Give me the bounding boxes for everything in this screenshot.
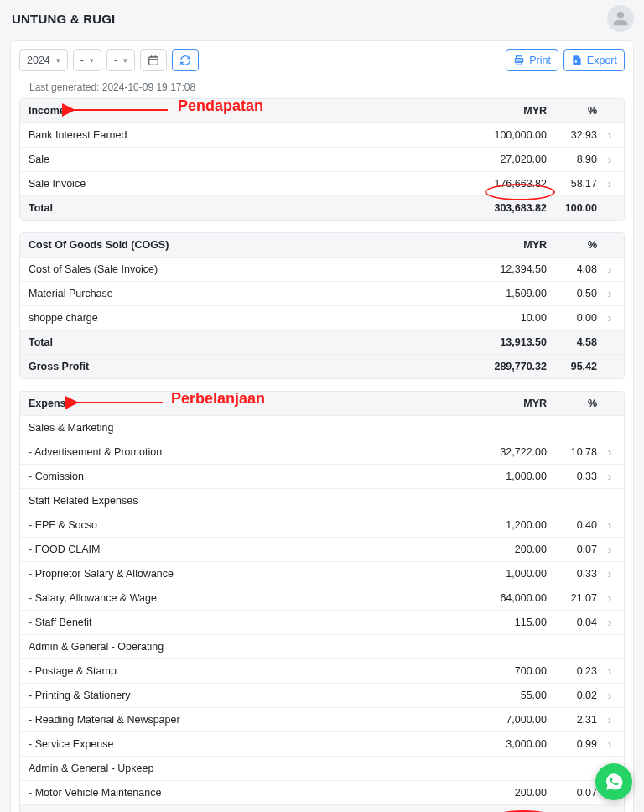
chevron-right-icon: ›	[600, 311, 619, 325]
whatsapp-button[interactable]	[595, 763, 632, 800]
chevron-down-icon: ▾	[90, 56, 94, 65]
table-row[interactable]: - Advertisement & Promotion 32,722.00 10…	[20, 440, 624, 464]
expense-group-header: Sales & Marketing›	[20, 415, 624, 440]
table-row[interactable]: Bank Interest Earned 100,000.00 32.93 ›	[20, 122, 624, 147]
export-icon	[571, 55, 583, 66]
whatsapp-icon	[604, 772, 624, 792]
table-row[interactable]: shoppe charge 10.00 0.00 ›	[20, 305, 624, 330]
user-avatar[interactable]	[607, 5, 634, 32]
expense-header-row: Expense MYR % ›	[20, 392, 624, 415]
cogs-header-row: Cost Of Goods Sold (COGS) MYR % ›	[20, 233, 624, 257]
year-select[interactable]: 2024 ▾	[19, 49, 68, 71]
month-value: -	[80, 55, 84, 66]
chevron-right-icon: ›	[600, 177, 619, 190]
cogs-total-row: Total 13,913.50 4.58 ›	[20, 330, 624, 354]
table-row[interactable]: Cost of Sales (Sale Invoice) 12,394.50 4…	[20, 257, 624, 281]
chevron-right-icon: ›	[600, 713, 619, 726]
chevron-right-icon: ›	[600, 543, 619, 556]
cogs-header: Cost Of Goods Sold (COGS)	[29, 239, 475, 251]
col-myr: MYR	[475, 105, 550, 117]
income-header-row: Income MYR % ›	[20, 99, 624, 122]
table-row[interactable]: - Postage & Stamp 700.00 0.23 ›	[20, 658, 624, 683]
day-value: -	[114, 55, 117, 66]
chevron-down-icon: ▾	[123, 56, 127, 65]
col-pct: %	[550, 105, 600, 117]
chevron-right-icon: ›	[600, 263, 619, 276]
table-row[interactable]: Sale Invoice 176,663.82 58.17 ›	[20, 171, 624, 195]
table-row[interactable]: - EPF & Socso 1,200.00 0.40 ›	[20, 513, 624, 537]
chevron-right-icon: ›	[600, 518, 619, 532]
chevron-right-icon: ›	[600, 153, 619, 166]
month-select[interactable]: - ▾	[73, 49, 101, 71]
calendar-button[interactable]	[140, 49, 167, 71]
chevron-right-icon: ›	[600, 470, 619, 483]
table-row[interactable]: - Reading Material & Newspaper 7,000.00 …	[20, 707, 624, 731]
table-row[interactable]: - Comission 1,000.00 0.33 ›	[20, 464, 624, 488]
expense-group-header: Admin & General - Upkeep›	[20, 756, 624, 780]
chevron-right-icon: ›	[600, 664, 619, 678]
table-row[interactable]: - Salary, Allowance & Wage 64,000.00 21.…	[20, 586, 624, 610]
chevron-right-icon: ›	[600, 689, 619, 702]
chevron-right-icon: ›	[600, 567, 619, 580]
refresh-icon	[179, 55, 191, 66]
print-label: Print	[529, 55, 551, 66]
gross-profit-row: Gross Profit 289,770.32 95.42 ›	[20, 354, 624, 378]
year-value: 2024	[27, 55, 50, 66]
table-row[interactable]: - Proprietor Salary & Allowance 1,000.00…	[20, 561, 624, 586]
expense-total-row: Total 111,192.00 36.61 ›	[20, 804, 624, 812]
export-label: Export	[587, 55, 617, 66]
chevron-right-icon: ›	[600, 445, 619, 459]
table-row[interactable]: - Service Expense 3,000.00 0.99 ›	[20, 731, 624, 756]
chevron-right-icon: ›	[600, 128, 619, 142]
cogs-section: Cost Of Goods Sold (COGS) MYR % › Cost o…	[19, 232, 625, 379]
page-title: UNTUNG & RUGI	[12, 12, 115, 26]
table-row[interactable]: - FOOD CLAIM 200.00 0.07 ›	[20, 537, 624, 561]
chevron-right-icon: ›	[600, 287, 619, 300]
income-header: Income	[29, 105, 475, 117]
day-select[interactable]: - ▾	[106, 49, 135, 71]
export-button[interactable]: Export	[564, 49, 625, 71]
toolbar: 2024 ▾ - ▾ - ▾ Print	[11, 41, 633, 80]
table-row[interactable]: Sale 27,020.00 8.90 ›	[20, 147, 624, 171]
table-row[interactable]: - Staff Benefit 115.00 0.04 ›	[20, 610, 624, 634]
expense-group-header: Staff Related Expenses›	[20, 488, 624, 513]
calendar-icon	[148, 55, 159, 66]
table-row[interactable]: - Motor Vehicle Maintenance 200.00 0.07 …	[20, 780, 624, 804]
table-row[interactable]: Material Purchase 1,509.00 0.50 ›	[20, 281, 624, 305]
printer-icon	[513, 55, 525, 66]
income-total-row: Total 303,683.82 100.00 ›	[20, 195, 624, 220]
chevron-right-icon: ›	[600, 591, 619, 605]
user-icon	[612, 10, 629, 27]
print-button[interactable]: Print	[506, 49, 558, 71]
refresh-button[interactable]	[172, 49, 199, 71]
table-row[interactable]: - Printing & Stationery 55.00 0.02 ›	[20, 683, 624, 707]
last-generated-label: Last generated: 2024-10-09 19:17:08	[11, 80, 633, 98]
svg-rect-0	[149, 57, 158, 65]
expense-group-header: Admin & General - Operating›	[20, 634, 624, 658]
chevron-down-icon: ▾	[56, 56, 60, 65]
expense-header: Expense	[29, 398, 475, 409]
report-card: 2024 ▾ - ▾ - ▾ Print	[10, 40, 634, 812]
chevron-right-icon: ›	[600, 737, 619, 751]
income-section: Income MYR % › Bank Interest Earned 100,…	[19, 98, 625, 221]
chevron-right-icon: ›	[600, 616, 619, 629]
expense-section: Expense MYR % › Sales & Marketing› - Adv…	[19, 391, 625, 812]
